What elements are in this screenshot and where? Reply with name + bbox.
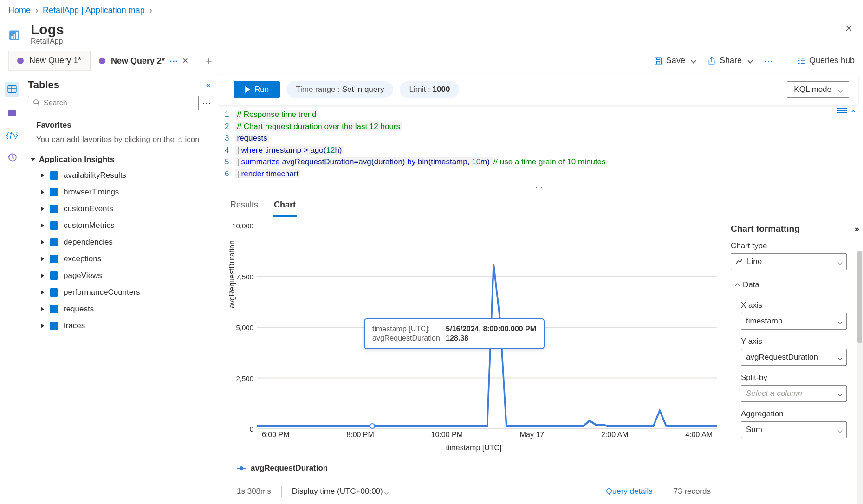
caret-right-icon (41, 290, 44, 295)
time-range-pill[interactable]: Time range : Set in query (286, 81, 393, 98)
tree-item-label: dependencies (64, 238, 113, 247)
tab-chart[interactable]: Chart (273, 195, 297, 217)
scrollbar[interactable] (857, 251, 863, 504)
rail-tables-button[interactable] (5, 82, 19, 97)
ytick-label: 7,500 (236, 272, 253, 280)
tree-item-label: availabilityResults (64, 171, 126, 180)
ytick-label: 10,000 (232, 222, 253, 230)
editor-options-button[interactable]: ⌃ (837, 108, 857, 120)
yaxis-select[interactable]: avgRequestDuration (741, 349, 847, 366)
chevron-down-icon (689, 56, 695, 65)
share-button[interactable]: Share (707, 56, 752, 65)
xaxis-select[interactable]: timestamp (741, 313, 847, 330)
chart-type-select[interactable]: Line (731, 253, 847, 270)
splitby-select[interactable]: Select a column (741, 385, 847, 402)
line-chart-icon (736, 258, 743, 265)
save-label: Save (666, 56, 685, 65)
collapse-sidebar-button[interactable]: « (206, 80, 211, 90)
tooltip-val-label: avgRequestDuration: (372, 334, 445, 342)
tree-item-traces[interactable]: traces (41, 317, 211, 334)
xtick-label: 8:00 PM (346, 431, 374, 439)
tooltip-ts-value: 5/16/2024, 8:00:00.000 PM (446, 325, 536, 333)
tree-item-customEvents[interactable]: customEvents (41, 200, 211, 217)
chevron-right-icon: › (35, 6, 38, 15)
share-icon (707, 57, 716, 65)
queries-hub-button[interactable]: Queries hub (797, 56, 855, 65)
divider (785, 55, 785, 67)
rail-fx-button[interactable]: {ƒx} (6, 129, 18, 141)
lightbulb-icon (99, 58, 105, 64)
chart-canvas[interactable]: avgRequestDuration 02,5005,0007,50010,00… (226, 222, 722, 454)
caret-right-icon (41, 173, 44, 178)
add-tab-button[interactable]: ＋ (197, 54, 221, 68)
breadcrumb-home[interactable]: Home (8, 6, 31, 15)
yaxis-label: Y axis (741, 337, 859, 346)
chevron-down-icon (838, 317, 842, 326)
table-icon (50, 288, 58, 297)
editor-code[interactable]: // Response time trend // Chart request … (235, 109, 605, 180)
table-icon (50, 171, 58, 180)
caret-right-icon (41, 240, 44, 245)
xtick-label: 4:00 AM (685, 431, 713, 439)
logs-icon (8, 27, 24, 43)
mode-select[interactable]: KQL mode (787, 81, 849, 98)
ytick-label: 0 (250, 425, 253, 433)
chevron-down-icon (838, 389, 842, 398)
tree-item-requests[interactable]: requests (41, 301, 211, 317)
tooltip-val-value: 128.38 (446, 334, 468, 342)
time-range-label: Time range : (296, 85, 340, 94)
editor-gutter: 123456 (225, 109, 235, 180)
svg-rect-5 (8, 110, 16, 116)
run-button[interactable]: Run (234, 81, 280, 98)
chart-type-value: Line (747, 257, 762, 266)
table-icon (50, 271, 58, 280)
search-input[interactable] (44, 99, 194, 107)
rail-functions-button[interactable] (6, 107, 18, 119)
splitby-label: Split-by (741, 373, 859, 382)
tree-item-customMetrics[interactable]: customMetrics (41, 217, 211, 234)
tree-group-label: Application Insights (39, 155, 114, 164)
breadcrumb-app[interactable]: RetailApp | Application map (43, 6, 145, 15)
more-commands-button[interactable]: ⋯ (764, 56, 772, 66)
tab-query-2[interactable]: New Query 2* ⋯ ✕ (90, 51, 197, 71)
expand-panel-icon[interactable]: » (854, 224, 859, 234)
data-section-label: Data (743, 280, 759, 290)
rail-history-button[interactable] (6, 151, 18, 163)
resize-handle[interactable]: ⋯ (218, 182, 861, 193)
tab-label: New Query 2* (111, 56, 165, 66)
close-icon[interactable]: ✕ (845, 23, 853, 34)
yaxis-value: avgRequestDuration (746, 353, 818, 362)
table-icon (50, 221, 58, 230)
tree-item-pageViews[interactable]: pageViews (41, 267, 211, 284)
svg-point-7 (34, 100, 38, 104)
divider (281, 486, 282, 497)
chevron-down-icon (838, 425, 842, 434)
data-section-toggle[interactable]: Data (731, 277, 857, 293)
caret-right-icon (41, 190, 44, 194)
close-icon[interactable]: ✕ (182, 57, 188, 65)
tree-item-availabilityResults[interactable]: availabilityResults (41, 167, 211, 184)
tree-item-performanceCounters[interactable]: performanceCounters (41, 284, 211, 301)
chart-xlabel: timestamp [UTC] (226, 444, 722, 452)
tree-item-browserTimings[interactable]: browserTimings (41, 184, 211, 200)
aggregation-value: Sum (746, 425, 762, 434)
scrollbar-thumb[interactable] (857, 251, 862, 343)
save-button[interactable]: Save (654, 56, 695, 65)
tree-item-dependencies[interactable]: dependencies (41, 234, 211, 251)
tree-group-application-insights[interactable]: Application Insights (31, 152, 211, 167)
display-time-button[interactable]: Display time (UTC+00:00) (292, 487, 389, 496)
tree-item-exceptions[interactable]: exceptions (41, 251, 211, 267)
header-more-icon[interactable]: ⋯ (73, 26, 82, 37)
aggregation-select[interactable]: Sum (741, 421, 847, 438)
xtick-label: 10:00 PM (431, 431, 463, 439)
tab-menu-icon[interactable]: ⋯ (169, 56, 178, 66)
query-details-link[interactable]: Query details (606, 487, 653, 496)
sidebar-more-button[interactable]: ⋯ (202, 98, 211, 108)
query-editor[interactable]: 123456 // Response time trend // Chart r… (218, 105, 861, 182)
chevron-down-icon (839, 85, 842, 94)
tab-results[interactable]: Results (229, 195, 259, 217)
tab-query-1[interactable]: New Query 1* (8, 51, 90, 71)
limit-pill[interactable]: Limit : 1000 (400, 81, 459, 98)
legend-swatch (237, 468, 246, 469)
caret-right-icon (41, 307, 44, 311)
